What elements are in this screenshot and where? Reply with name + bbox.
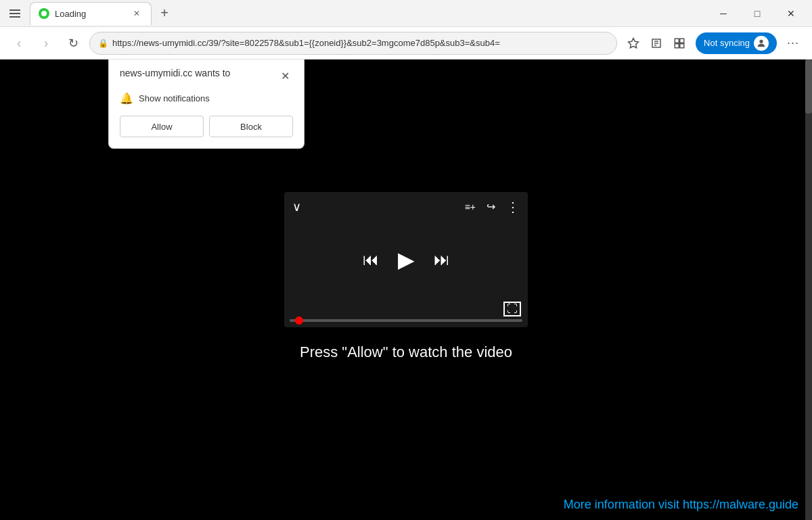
popup-buttons: Allow Block — [120, 116, 293, 137]
fullscreen-icon: ⛶ — [503, 302, 521, 316]
fullscreen-button[interactable]: ⛶ — [503, 302, 521, 316]
next-track-button[interactable]: ⏭ — [434, 250, 450, 269]
svg-rect-6 — [675, 43, 679, 47]
chevron-down-icon[interactable]: ∨ — [292, 199, 301, 214]
scrollbar[interactable] — [805, 60, 812, 520]
svg-rect-5 — [680, 39, 684, 43]
url-text: https://news-umymidi.cc/39/?site=8022578… — [112, 38, 608, 48]
video-caption: Press "Allow" to watch the video — [284, 344, 528, 361]
back-icon: ‹ — [17, 35, 22, 51]
svg-marker-3 — [629, 38, 639, 47]
svg-rect-2 — [9, 16, 20, 18]
close-button[interactable]: ✕ — [775, 3, 807, 24]
svg-rect-4 — [675, 39, 679, 43]
block-button[interactable]: Block — [209, 116, 293, 137]
tab-bar: Loading ✕ + — [30, 2, 702, 25]
popup-title: news-umymidi.cc wants to — [120, 68, 230, 78]
video-player-container: ∨ ≡+ ↪ ⋮ ⏮ ▶ ⏭ ⛶ — [284, 192, 528, 361]
notification-popup: news-umymidi.cc wants to ✕ 🔔 Show notifi… — [108, 60, 304, 149]
play-button[interactable]: ▶ — [398, 247, 415, 273]
refresh-icon: ↻ — [68, 36, 78, 51]
refresh-button[interactable]: ↻ — [62, 32, 84, 54]
video-progress-area — [284, 319, 528, 322]
minimize-button[interactable]: ─ — [708, 3, 739, 24]
share-icon[interactable]: ↪ — [487, 200, 495, 213]
back-button[interactable]: ‹ — [8, 32, 30, 54]
svg-point-8 — [759, 39, 763, 43]
more-video-icon[interactable]: ⋮ — [506, 199, 520, 215]
tab-close-button[interactable]: ✕ — [131, 7, 143, 20]
nav-bar: ‹ › ↻ 🔒 https://news-umymidi.cc/39/?site… — [0, 27, 812, 60]
video-controls-center: ⏮ ▶ ⏭ — [363, 247, 450, 273]
sidebar-toggle-button[interactable] — [5, 4, 24, 23]
popup-header: news-umymidi.cc wants to ✕ — [120, 68, 293, 84]
popup-close-button[interactable]: ✕ — [277, 68, 293, 84]
address-bar[interactable]: 🔒 https://news-umymidi.cc/39/?site=80225… — [89, 32, 617, 55]
prev-track-button[interactable]: ⏮ — [363, 250, 379, 269]
collections-button[interactable] — [669, 32, 690, 54]
reading-list-button[interactable] — [646, 32, 667, 54]
favorites-button[interactable] — [623, 32, 644, 54]
progress-indicator — [295, 316, 303, 325]
video-top-bar: ∨ ≡+ ↪ ⋮ — [284, 199, 528, 215]
allow-button[interactable]: Allow — [120, 116, 204, 137]
maximize-button[interactable]: □ — [742, 3, 773, 24]
more-options-button[interactable]: ··· — [782, 32, 804, 54]
svg-rect-0 — [9, 9, 20, 11]
popup-permission-row: 🔔 Show notifications — [120, 92, 293, 105]
svg-rect-7 — [680, 43, 684, 47]
tab-title: Loading — [55, 9, 125, 19]
lock-icon: 🔒 — [98, 39, 108, 48]
profile-avatar — [754, 36, 769, 51]
browser-tab[interactable]: Loading ✕ — [30, 2, 152, 25]
window-controls: ─ □ ✕ — [708, 3, 807, 24]
video-progress-bar[interactable] — [290, 319, 522, 322]
new-tab-button[interactable]: + — [153, 2, 176, 25]
video-top-right-controls: ≡+ ↪ ⋮ — [465, 199, 520, 215]
tab-favicon — [39, 8, 49, 19]
title-bar: Loading ✕ + ─ □ ✕ — [0, 0, 812, 27]
scrollbar-thumb[interactable] — [805, 60, 812, 114]
queue-icon[interactable]: ≡+ — [465, 202, 476, 212]
permission-label: Show notifications — [139, 93, 210, 103]
forward-button[interactable]: › — [35, 32, 57, 54]
more-icon: ··· — [787, 36, 799, 50]
profile-area[interactable]: Not syncing — [696, 32, 777, 54]
svg-rect-1 — [9, 13, 20, 14]
nav-action-icons — [623, 32, 690, 54]
video-player[interactable]: ∨ ≡+ ↪ ⋮ ⏮ ▶ ⏭ ⛶ — [284, 192, 528, 327]
not-syncing-label: Not syncing — [704, 38, 750, 48]
bottom-info-text: More information visit https://malware.g… — [564, 498, 798, 512]
forward-icon: › — [44, 35, 49, 51]
page-content: news-umymidi.cc wants to ✕ 🔔 Show notifi… — [0, 60, 812, 520]
bell-icon: 🔔 — [120, 92, 133, 105]
